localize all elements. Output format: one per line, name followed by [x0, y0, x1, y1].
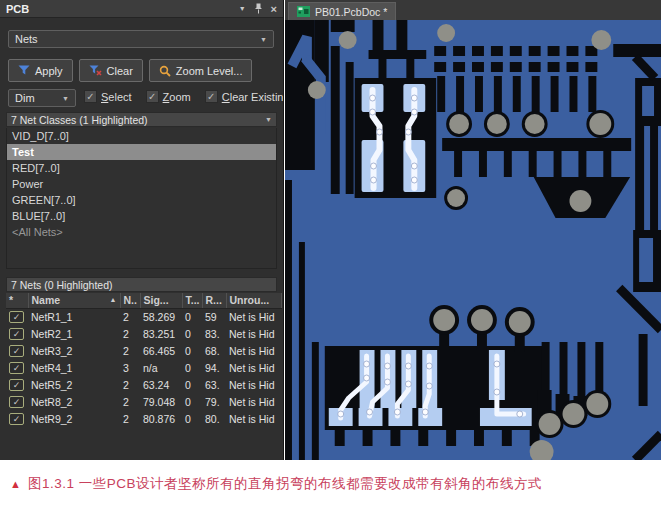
clear-funnel-icon	[89, 65, 102, 76]
net-visible-checkbox[interactable]: ✓	[9, 396, 24, 408]
chevron-down-icon: ▼	[260, 36, 267, 43]
panel-title: PCB	[6, 3, 29, 15]
dim-select[interactable]: Dim ▼	[8, 89, 76, 107]
net-row[interactable]: ✓ NetR2_12 83.2510 83.Net is Hid	[6, 325, 282, 342]
net-visible-checkbox[interactable]: ✓	[9, 379, 24, 391]
nets-table-header-row: * Name▲ N.. Sig... T... R... Unrou...	[6, 293, 282, 308]
net-class-item[interactable]: Test	[7, 144, 276, 160]
net-class-item[interactable]: GREEN[7..0]	[7, 192, 276, 208]
col-t[interactable]: T...	[182, 293, 202, 308]
chevron-down-icon: ▼	[265, 116, 272, 123]
panel-menu-icon[interactable]: ▼	[239, 5, 246, 12]
nets-table: * Name▲ N.. Sig... T... R... Unrou... ✓ …	[6, 293, 282, 427]
apply-button[interactable]: Apply	[8, 59, 73, 82]
document-area: PB01.PcbDoc *	[285, 0, 661, 460]
pcb-panel: PCB ▼ × Nets ▼ Apply	[0, 0, 284, 460]
net-visible-checkbox[interactable]: ✓	[9, 362, 24, 374]
panel-mode-value: Nets	[15, 33, 38, 45]
col-signal[interactable]: Sig...	[140, 293, 182, 308]
net-visible-checkbox[interactable]: ✓	[9, 345, 24, 357]
pin-icon[interactable]	[254, 3, 263, 14]
check-icon: ✓	[205, 90, 218, 103]
net-class-item[interactable]: BLUE[7..0]	[7, 208, 276, 224]
chevron-down-icon: ▼	[62, 95, 69, 102]
figure-caption: 图1.3.1 一些PCB设计者坚称所有的直角拐弯的布线都需要改成带有斜角的布线方…	[28, 475, 542, 493]
net-row[interactable]: ✓ NetR8_22 79.0480 79.Net is Hid	[6, 393, 282, 410]
pcb-canvas[interactable]	[285, 20, 661, 460]
net-row[interactable]: ✓ NetR9_22 80.8760 80.Net is Hid	[6, 410, 282, 427]
caption-triangle-icon: ▲	[10, 478, 21, 490]
select-checkbox[interactable]: ✓ Select	[84, 90, 132, 103]
net-class-item[interactable]: VID_D[7..0]	[7, 128, 276, 144]
col-check[interactable]: *	[6, 293, 28, 308]
net-row[interactable]: ✓ NetR5_22 63.240 63.Net is Hid	[6, 376, 282, 393]
clear-existing-checkbox[interactable]: ✓ Clear Existing	[205, 90, 283, 103]
col-name[interactable]: Name▲	[28, 293, 120, 308]
col-unrouted[interactable]: Unrou...	[226, 293, 282, 308]
sort-asc-icon: ▲	[110, 296, 117, 303]
net-visible-checkbox[interactable]: ✓	[9, 311, 24, 323]
net-row[interactable]: ✓ NetR1_12 58.2690 59Net is Hid	[6, 308, 282, 325]
check-icon: ✓	[146, 90, 159, 103]
nets-header: 7 Nets (0 Highlighted)	[6, 277, 277, 292]
zoom-level-button[interactable]: Zoom Level...	[149, 59, 253, 82]
panel-mode-select[interactable]: Nets ▼	[8, 30, 274, 48]
clear-button[interactable]: Clear	[79, 59, 143, 82]
net-row[interactable]: ✓ NetR4_13 n/a0 94.Net is Hid	[6, 359, 282, 376]
net-visible-checkbox[interactable]: ✓	[9, 413, 24, 425]
col-nodes[interactable]: N..	[120, 293, 140, 308]
document-tab-bar: PB01.PcbDoc *	[285, 0, 661, 20]
net-classes-header[interactable]: 7 Net Classes (1 Highlighted) ▼	[6, 112, 277, 127]
check-icon: ✓	[84, 90, 97, 103]
app-root: PCB ▼ × Nets ▼ Apply	[0, 0, 661, 507]
dim-value: Dim	[15, 92, 35, 104]
magnifier-icon	[159, 65, 171, 77]
pcb-doc-icon	[297, 6, 310, 17]
apply-funnel-icon	[18, 65, 30, 76]
net-class-item[interactable]: <All Nets>	[7, 224, 276, 240]
pcb-panel-header: PCB ▼ ×	[0, 0, 283, 18]
zoom-checkbox[interactable]: ✓ Zoom	[146, 90, 191, 103]
net-row[interactable]: ✓ NetR3_22 66.4650 68.Net is Hid	[6, 342, 282, 359]
net-class-item[interactable]: RED[7..0]	[7, 160, 276, 176]
col-routed[interactable]: R...	[202, 293, 226, 308]
net-class-list: VID_D[7..0] Test RED[7..0] Power GREEN[7…	[6, 128, 277, 269]
pcb-layout-graphic	[285, 20, 661, 460]
net-visible-checkbox[interactable]: ✓	[9, 328, 24, 340]
figure-caption-bar: ▲ 图1.3.1 一些PCB设计者坚称所有的直角拐弯的布线都需要改成带有斜角的布…	[0, 460, 661, 507]
net-class-item[interactable]: Power	[7, 176, 276, 192]
tab-pb01-pcbdoc[interactable]: PB01.PcbDoc *	[288, 2, 396, 20]
close-icon[interactable]: ×	[271, 4, 277, 14]
